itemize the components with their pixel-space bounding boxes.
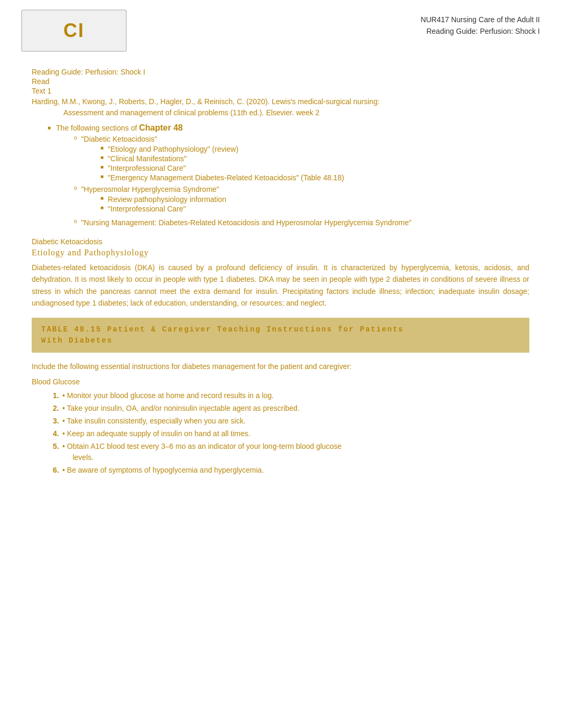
chapter-bullet-section: ■ The following sections of Chapter 48 o… — [48, 123, 529, 227]
num-2: 2. — [53, 403, 60, 414]
sub-icon-3: o — [74, 218, 77, 224]
subsub-icon-2-2: ■ — [100, 205, 104, 210]
sub-list: o "Diabetic Ketoacidosis" ■ "Etiology an… — [74, 135, 529, 227]
page-header: CI NUR417 Nursing Care of the Adult II R… — [0, 0, 561, 57]
header-title: NUR417 Nursing Care of the Adult II Read… — [143, 10, 540, 38]
subsub-list-2: ■ Review pathophysiology information ■ "… — [100, 195, 529, 213]
logo-text: CI — [63, 20, 85, 42]
logo-area: CI — [21, 10, 127, 52]
numbered-item-4: 4. • Keep an adequate supply of insulin … — [53, 428, 529, 439]
table-box: TABLE 48.15 Patient & Caregiver Teaching… — [32, 318, 529, 353]
etiology-title: Etiology and Pathophysiology — [32, 248, 529, 257]
subsub-item-2-2: ■ "Interprofessional Care" — [100, 205, 529, 213]
subsub-item-1-4: ■ "Emergency Management Diabetes-Related… — [100, 173, 529, 182]
numbered-item-6: 6. • Be aware of symptoms of hypoglycemi… — [53, 465, 529, 476]
sub-item-3: o "Nursing Management: Diabetes-Related … — [74, 218, 529, 227]
num-1: 1. — [53, 390, 60, 401]
bullet-icon-1: ■ — [48, 125, 51, 131]
num-text-4: • Keep an adequate supply of insulin on … — [62, 428, 529, 439]
sub-item-1-label: "Diabetic Ketoacidosis" — [81, 135, 157, 143]
sub-icon-2: o — [74, 185, 77, 191]
sub-icon-1: o — [74, 135, 77, 141]
subsub-icon-1-2: ■ — [100, 154, 104, 160]
sub-item-2-label: "Hyperosmolar Hyperglycemia Syndrome" — [81, 185, 219, 193]
chapter-bullet-row: ■ The following sections of Chapter 48 — [48, 123, 529, 133]
subsub-text-2-2: "Interprofessional Care" — [108, 205, 186, 213]
num-4: 4. — [53, 428, 60, 439]
numbered-item-2: 2. • Take your insulin, OA, and/or nonin… — [53, 403, 529, 414]
subsub-icon-1-4: ■ — [100, 173, 104, 179]
reading-guide-header: Reading Guide: Perfusion: Shock I — [143, 25, 540, 37]
subsub-item-1-2: ■ "Clinical Manifestations" — [100, 154, 529, 163]
subsub-item-1-3: ■ "Interprofessional Care" — [100, 164, 529, 172]
subsub-text-1-1: "Etiology and Pathophysiology" (review) — [108, 145, 238, 153]
num-3: 3. — [53, 416, 60, 427]
chapter-intro-text: The following sections of — [56, 124, 139, 132]
numbered-item-3: 3. • Take insulin consistently, especial… — [53, 416, 529, 427]
main-paragraph: Diabetes-related ketoacidosis (DKA) is c… — [32, 262, 529, 309]
main-content: Reading Guide: Perfusion: Shock I Read T… — [0, 57, 561, 499]
num-6: 6. — [53, 465, 60, 476]
subsub-icon-2-1: ■ — [100, 195, 104, 201]
sub-item-2: o "Hyperosmolar Hyperglycemia Syndrome" — [74, 185, 529, 193]
citation-line2: Assessment and management of clinical pr… — [63, 108, 529, 117]
chapter-intro: The following sections of Chapter 48 — [56, 123, 183, 133]
reading-guide-title: Reading Guide: Perfusion: Shock I — [32, 68, 529, 76]
table-title-line1: TABLE 48.15 Patient & Caregiver Teaching… — [41, 324, 520, 335]
include-text: Include the following essential instruct… — [32, 361, 529, 372]
subsub-text-1-3: "Interprofessional Care" — [108, 164, 186, 172]
subsub-item-1-1: ■ "Etiology and Pathophysiology" (review… — [100, 145, 529, 153]
blood-glucose-label: Blood Glucose — [32, 377, 529, 386]
subsub-text-1-4: "Emergency Management Diabetes-Related K… — [108, 173, 344, 182]
chapter-number: Chapter 48 — [139, 123, 183, 132]
diabetic-ketoacidosis-title: Diabetic Ketoacidosis — [32, 237, 529, 246]
subsub-icon-1-1: ■ — [100, 145, 104, 151]
table-title-line2: With Diabetes — [41, 335, 520, 346]
course-label: NUR417 Nursing Care of the Adult II — [143, 14, 540, 25]
subsub-item-2-1: ■ Review pathophysiology information — [100, 195, 529, 204]
num-text-1: • Monitor your blood glucose at home and… — [62, 390, 529, 401]
logo: CI — [21, 10, 127, 52]
read-label: Read — [32, 77, 529, 86]
sub-item-3-label: "Nursing Management: Diabetes-Related Ke… — [81, 218, 412, 227]
num-text-2: • Take your insulin, OA, and/or noninsul… — [62, 403, 529, 414]
subsub-text-2-1: Review pathophysiology information — [108, 195, 226, 204]
numbered-list: 1. • Monitor your blood glucose at home … — [53, 390, 529, 476]
citation-line1: Harding, M.M., Kwong, J., Roberts, D., H… — [32, 96, 529, 107]
num-5: 5. — [53, 441, 60, 452]
numbered-item-5: 5. • Obtain A1C blood test every 3–6 mo … — [53, 441, 529, 463]
numbered-item-1: 1. • Monitor your blood glucose at home … — [53, 390, 529, 401]
subsub-list-1: ■ "Etiology and Pathophysiology" (review… — [100, 145, 529, 182]
num-text-6: • Be aware of symptoms of hypoglycemia a… — [62, 465, 529, 476]
sub-item-1: o "Diabetic Ketoacidosis" — [74, 135, 529, 143]
num-text-3: • Take insulin consistently, especially … — [62, 416, 529, 427]
text-label: Text 1 — [32, 87, 529, 95]
subsub-icon-1-3: ■ — [100, 164, 104, 170]
subsub-text-1-2: "Clinical Manifestations" — [108, 154, 186, 163]
num-text-5: • Obtain A1C blood test every 3–6 mo as … — [62, 441, 529, 463]
